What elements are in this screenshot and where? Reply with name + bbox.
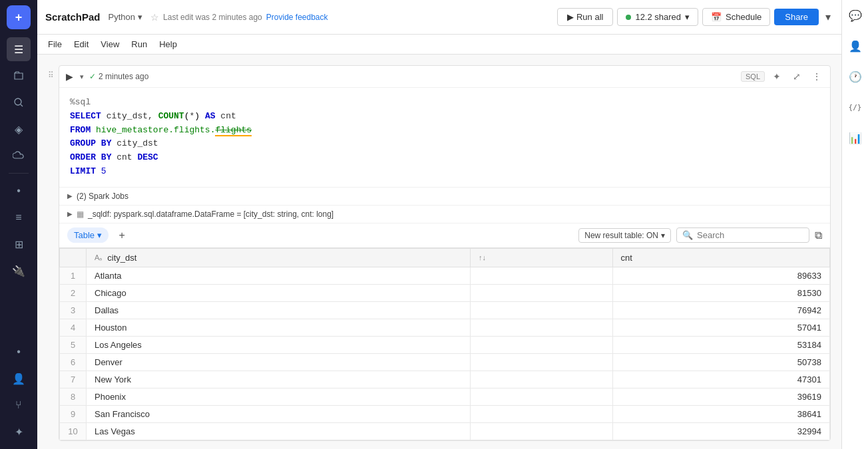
history-button[interactable]: 🕐 — [845, 67, 865, 86]
city-cell: Denver — [87, 353, 471, 371]
sidebar-left: + ☰ ◈ • ≡ ⊞ 🔌 • 👤 ⑂ ✦ — [0, 0, 37, 449]
table-toolbar: Table ▾ + New result table: ON ▾ 🔍 — [59, 224, 830, 248]
cell-expand-icon[interactable]: ⤢ — [789, 69, 805, 84]
sidebar-item-cloud[interactable] — [7, 144, 31, 168]
menu-bar: File Edit View Run Help — [37, 35, 841, 55]
row-num-cell: 8 — [60, 388, 87, 405]
cell-wrapper: ⠿ ▶ ▾ ✓ 2 minutes ago SQL ✦ ⤢ ⋮ — [37, 65, 841, 441]
table-row: 1 Atlanta 89633 — [60, 267, 830, 284]
table-header-row: Aₐ city_dst ↑↓ — [60, 248, 830, 267]
notebook-title: ScratchPad — [45, 11, 101, 23]
string-type-icon: Aₐ — [95, 253, 102, 262]
code-line-3: FROM hive_metastore.flights.flights — [70, 124, 819, 138]
output-area: ▶ (2) Spark Jobs ▶ ▦ _sqldf: pyspark.sql… — [59, 187, 830, 440]
result-toggle[interactable]: New result table: ON ▾ — [578, 228, 671, 243]
cnt-cell: 32994 — [612, 422, 829, 440]
menu-run[interactable]: Run — [126, 37, 152, 51]
spark-jobs-row[interactable]: ▶ (2) Spark Jobs — [59, 188, 830, 206]
cnt-cell: 50738 — [612, 353, 829, 371]
layout-icon[interactable]: ⧉ — [815, 229, 822, 241]
data-table-wrapper: Aₐ city_dst ↑↓ — [59, 248, 830, 440]
sort-cell — [471, 336, 613, 353]
row-num-cell: 3 — [60, 301, 87, 319]
cell-run-dropdown[interactable]: ▾ — [79, 71, 85, 82]
language-label: Python — [108, 12, 135, 22]
city-cell: New York — [87, 371, 471, 388]
menu-edit[interactable]: Edit — [69, 37, 94, 51]
city-cell: Las Vegas — [87, 422, 471, 440]
barchart-button[interactable]: 📊 — [845, 128, 865, 148]
code-editor[interactable]: %sql SELECT city_dst, COUNT(*) AS cnt FR… — [59, 88, 830, 187]
search-input[interactable] — [697, 230, 803, 240]
sidebar-divider — [9, 173, 29, 174]
last-edit-status: Last edit was 2 minutes ago — [163, 13, 262, 22]
sort-cell — [471, 371, 613, 388]
table-tab[interactable]: Table ▾ — [67, 227, 108, 243]
run-all-button[interactable]: ▶ Run all — [557, 8, 613, 26]
schedule-button[interactable]: 📅 Schedule — [702, 8, 770, 26]
sqldf-row[interactable]: ▶ ▦ _sqldf: pyspark.sql.dataframe.DataFr… — [59, 206, 830, 224]
run-all-label: Run all — [576, 12, 603, 22]
city-cell: Atlanta — [87, 267, 471, 284]
cell-more-icon[interactable]: ⋮ — [809, 69, 825, 84]
sidebar-item-git[interactable]: ⑂ — [7, 393, 31, 417]
sidebar-item-settings[interactable]: ✦ — [7, 420, 31, 444]
sidebar-item-model[interactable]: ◈ — [7, 117, 31, 141]
city-cell: Chicago — [87, 284, 471, 301]
language-selector[interactable]: Python ▾ — [105, 10, 146, 24]
row-num-cell: 7 — [60, 371, 87, 388]
share-button[interactable]: Share — [774, 9, 819, 25]
spark-jobs-label: (2) Spark Jobs — [77, 192, 128, 201]
sidebar-item-page[interactable]: ☰ — [7, 37, 31, 61]
col-header-city-dst[interactable]: Aₐ city_dst — [87, 248, 471, 267]
sidebar-item-dot2[interactable]: • — [7, 340, 31, 364]
sqldf-arrow: ▶ — [67, 210, 73, 218]
shared-button[interactable]: 12.2 shared ▾ — [617, 8, 698, 26]
sidebar-item-list[interactable]: ≡ — [7, 206, 31, 229]
sidebar-item-folder[interactable] — [7, 64, 31, 88]
row-num-cell: 2 — [60, 284, 87, 301]
table-row: 9 San Francisco 38641 — [60, 405, 830, 422]
cell-type-badge[interactable]: SQL — [741, 71, 765, 82]
code-button[interactable]: {/} — [845, 97, 865, 117]
col-header-sort[interactable]: ↑↓ — [471, 248, 613, 267]
profile-button[interactable]: 👤 — [845, 36, 865, 56]
table-row: 10 Las Vegas 32994 — [60, 422, 830, 440]
col-header-rownum — [60, 248, 87, 267]
sidebar-item-dot1[interactable]: • — [7, 179, 31, 203]
more-options-button[interactable]: ▾ — [823, 7, 833, 27]
sidebar-item-plugin[interactable]: 🔌 — [7, 259, 31, 283]
cnt-cell: 81530 — [612, 284, 829, 301]
cell-sparkle-icon[interactable]: ✦ — [769, 69, 785, 84]
sidebar-item-grid[interactable]: ⊞ — [7, 232, 31, 256]
feedback-button[interactable]: Provide feedback — [266, 13, 328, 22]
sidebar-item-person[interactable]: 👤 — [7, 367, 31, 390]
city-cell: Dallas — [87, 301, 471, 319]
table-body: 1 Atlanta 89633 2 Chicago 81530 3 Dallas… — [60, 267, 830, 440]
app-logo[interactable]: + — [7, 5, 31, 29]
shared-label: 12.2 shared — [635, 12, 681, 22]
menu-view[interactable]: View — [95, 37, 124, 51]
menu-file[interactable]: File — [43, 37, 67, 51]
col-header-cnt[interactable]: cnt — [612, 248, 829, 267]
table-row: 7 New York 47301 — [60, 371, 830, 388]
sort-cell — [471, 388, 613, 405]
add-tab-button[interactable]: + — [114, 227, 130, 243]
lang-chevron-icon: ▾ — [138, 12, 142, 22]
notebook-area: ⠿ ▶ ▾ ✓ 2 minutes ago SQL ✦ ⤢ ⋮ — [37, 55, 841, 449]
row-num-cell: 9 — [60, 405, 87, 422]
search-box[interactable]: 🔍 — [676, 227, 809, 243]
main-content: ScratchPad Python ▾ ☆ Last edit was 2 mi… — [37, 0, 841, 449]
favorite-icon[interactable]: ☆ — [150, 12, 159, 23]
comments-button[interactable]: 💬 — [845, 5, 865, 25]
city-cell: Houston — [87, 319, 471, 336]
sidebar-item-search[interactable] — [7, 90, 31, 114]
cnt-cell: 57041 — [612, 319, 829, 336]
run-cell-button[interactable]: ▶ — [65, 70, 75, 83]
cnt-cell: 89633 — [612, 267, 829, 284]
cell-drag-handle[interactable]: ⠿ — [48, 65, 59, 80]
cnt-cell: 38641 — [612, 405, 829, 422]
topbar-left: ScratchPad Python ▾ ☆ Last edit was 2 mi… — [45, 10, 553, 24]
menu-help[interactable]: Help — [154, 37, 182, 51]
code-line-6: LIMIT 5 — [70, 165, 819, 179]
